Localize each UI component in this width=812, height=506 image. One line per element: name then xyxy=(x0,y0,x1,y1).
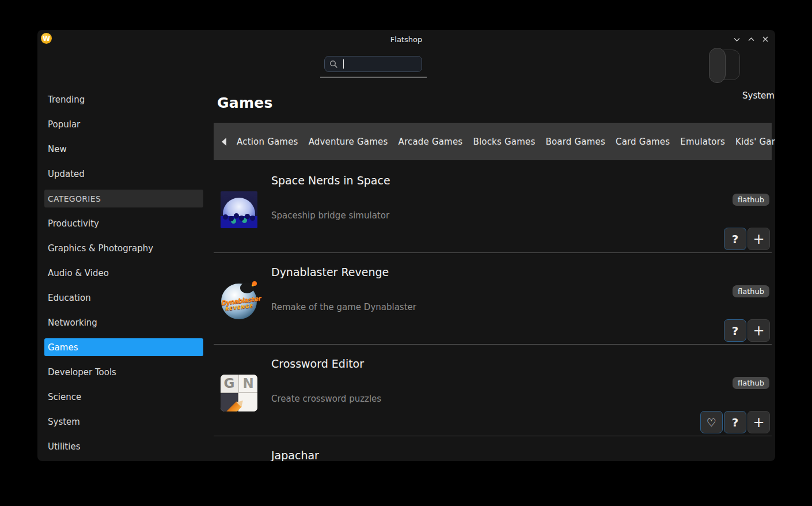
tab-card-games[interactable]: Card Games xyxy=(616,137,670,147)
tab-label: Blocks Games xyxy=(473,137,535,147)
favorite-button[interactable]: ♡ xyxy=(700,411,723,433)
app-row-buttons: ♡?+ xyxy=(700,411,770,433)
sidebar-item-updated[interactable]: Updated xyxy=(44,165,203,183)
tab-label: Arcade Games xyxy=(398,137,462,147)
tab-board-games[interactable]: Board Games xyxy=(545,137,605,147)
source-badge: flathub xyxy=(733,377,769,389)
tab-label: Emulators xyxy=(680,137,725,147)
source-badge: flathub xyxy=(733,194,769,206)
sidebar-item-label: Audio & Video xyxy=(48,268,109,278)
sidebar-item-productivity[interactable]: Productivity xyxy=(44,214,203,232)
sidebar-item-graphics-photography[interactable]: Graphics & Photography xyxy=(44,239,203,257)
sidebar-item-utilities[interactable]: Utilities xyxy=(44,437,203,455)
sidebar-item-label: Graphics & Photography xyxy=(48,243,153,254)
sidebar-item-label: Updated xyxy=(48,169,85,179)
tab-kids-games[interactable]: Kids' Games xyxy=(735,137,775,147)
app-row-dynablaster-revenge[interactable]: DynablasterREVENGE Dynablaster Revenge R… xyxy=(214,253,772,345)
sidebar-section-categories: CATEGORIES xyxy=(44,190,203,207)
grid-cell-n: N xyxy=(239,375,257,392)
sidebar-item-label: Science xyxy=(48,392,81,402)
sidebar-item-label: Education xyxy=(48,293,91,303)
crowd-heads-art xyxy=(223,214,228,220)
sidebar-item-developer-tools[interactable]: Developer Tools xyxy=(44,363,203,381)
tab-emulators[interactable]: Emulators xyxy=(680,137,725,147)
tab-arcade-games[interactable]: Arcade Games xyxy=(398,137,462,147)
app-title: Crossword Editor xyxy=(271,357,364,370)
app-title: Space Nerds in Space xyxy=(271,174,390,187)
tab-label: Board Games xyxy=(545,137,605,147)
app-row-space-nerds-in-space[interactable]: Space Nerds in Space Spaceship bridge si… xyxy=(214,161,772,253)
sidebar-item-label: Popular xyxy=(48,119,80,130)
source-badge: flathub xyxy=(733,285,769,297)
crossword-app-icon: GN xyxy=(221,375,257,411)
scroll-left-button[interactable] xyxy=(222,127,226,156)
sidebar-item-new[interactable]: New xyxy=(44,140,203,158)
add-button[interactable]: + xyxy=(748,228,770,250)
content-area: Games Action GamesAdventure GamesArcade … xyxy=(214,30,772,461)
tab-action-games[interactable]: Action Games xyxy=(237,137,298,147)
sidebar-item-label: New xyxy=(48,144,67,154)
tab-label: Action Games xyxy=(237,137,298,147)
sidebar-item-label: Productivity xyxy=(48,218,99,229)
app-title: Dynablaster Revenge xyxy=(271,266,389,278)
sidebar-item-label: System xyxy=(48,417,80,427)
add-button[interactable]: + xyxy=(748,319,770,342)
dynablaster-app-icon: DynablasterREVENGE xyxy=(221,283,257,320)
sidebar-item-label: Networking xyxy=(48,318,97,328)
app-summary: Spaceship bridge simulator xyxy=(271,210,389,221)
page-title: Games xyxy=(217,95,273,111)
tab-label: Adventure Games xyxy=(309,137,388,147)
sidebar-item-audio-video[interactable]: Audio & Video xyxy=(44,264,203,282)
app-summary: Create crossword puzzles xyxy=(271,394,381,404)
sidebar-item-label: Games xyxy=(48,342,78,353)
app-row-buttons: ?+ xyxy=(724,228,770,250)
tab-adventure-games[interactable]: Adventure Games xyxy=(309,137,388,147)
help-button[interactable]: ? xyxy=(724,411,746,433)
fuse-spark-art xyxy=(252,281,257,286)
app-summary: Remake of the game Dynablaster xyxy=(271,302,416,312)
sidebar-item-label: CATEGORIES xyxy=(48,194,101,203)
sidebar-item-label: Utilities xyxy=(48,441,80,452)
sidebar-item-education[interactable]: Education xyxy=(44,289,203,307)
app-title: Japachar xyxy=(271,449,319,461)
triangle-left-icon xyxy=(222,138,226,146)
help-button[interactable]: ? xyxy=(724,319,746,342)
sidebar-item-games[interactable]: Games xyxy=(44,338,203,356)
add-button[interactable]: + xyxy=(748,411,770,433)
tab-label: Card Games xyxy=(616,137,670,147)
flatshop-window: W Flatshop System TrendingPopularNewUpda xyxy=(37,30,775,461)
sidebar-item-networking[interactable]: Networking xyxy=(44,314,203,331)
sidebar-item-trending[interactable]: Trending xyxy=(44,90,203,108)
app-row-japachar[interactable]: Japachar xyxy=(214,436,772,461)
sidebar-item-popular[interactable]: Popular xyxy=(44,115,203,133)
grid-cell-g: G xyxy=(221,375,238,392)
app-logo-icon: W xyxy=(41,33,52,44)
tab-label: Kids' Games xyxy=(735,137,775,147)
help-button[interactable]: ? xyxy=(724,228,746,250)
app-list: Space Nerds in Space Spaceship bridge si… xyxy=(214,161,772,461)
app-row-crossword-editor[interactable]: GN Crossword Editor Create crossword puz… xyxy=(214,345,772,436)
sidebar-item-label: Trending xyxy=(48,95,85,105)
category-tabs: Action GamesAdventure GamesArcade GamesB… xyxy=(214,123,772,160)
app-row-buttons: ?+ xyxy=(724,319,770,342)
space-nerds-app-icon xyxy=(221,191,257,228)
sidebar-item-label: Developer Tools xyxy=(48,367,116,377)
sidebar-item-system[interactable]: System xyxy=(44,413,203,431)
sidebar-item-science[interactable]: Science xyxy=(44,388,203,406)
tab-blocks-games[interactable]: Blocks Games xyxy=(473,137,535,147)
sidebar: TrendingPopularNewUpdatedCATEGORIESProdu… xyxy=(44,90,203,461)
